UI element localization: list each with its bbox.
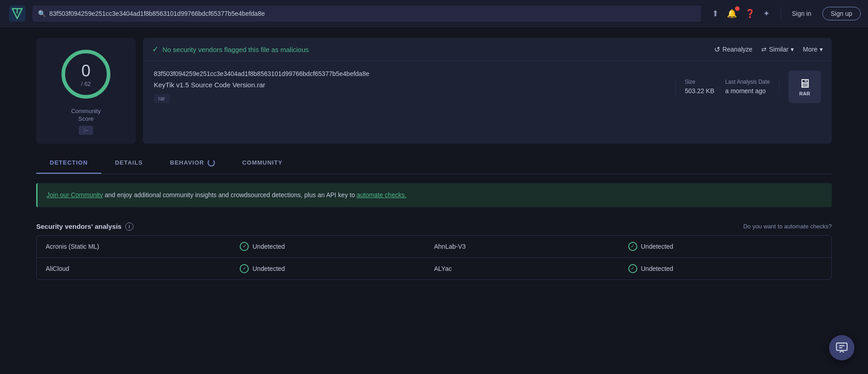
vendor-status-right-2: ✓ Undetected [628,264,822,273]
file-card-header: ✓ No security vendors flagged this file … [143,38,832,61]
nav-divider [781,7,781,20]
file-info-main: 83f503f094259e251cc3e3404ad1f8b8563101d9… [154,70,666,103]
more-button[interactable]: More ▾ [803,46,823,53]
status-check-icon-2: ✓ [240,264,249,273]
community-banner: Join our Community and enjoy additional … [36,183,832,207]
tabs-section: DETECTION DETAILS BEHAVIOR COMMUNITY [36,153,832,174]
status-text-left: Undetected [252,243,285,250]
upload-icon[interactable]: ⬆ [712,9,719,19]
top-navigation: 🔍 ⬆ 🔔 ❓ ✦ Sign in Sign up [0,0,868,27]
banner-main-text: and enjoy additional community insights … [103,191,357,199]
nav-icons-group: ⬆ 🔔 ❓ ✦ [707,9,775,19]
status-check-icon: ✓ [240,242,249,251]
vendors-title: Security vendors' analysis i [36,223,133,231]
file-hash: 83f503f094259e251cc3e3404ad1f8b8563101d9… [154,70,666,77]
chat-fab-button[interactable] [829,335,854,360]
vendors-title-text: Security vendors' analysis [36,223,122,230]
score-circle: 0 / 62 [59,47,113,101]
vendor-status-left: ✓ Undetected [240,242,434,251]
logo[interactable] [7,4,27,24]
file-size-meta: Size 503.22 KB [685,79,714,95]
score-denominator: / 62 [81,80,91,87]
no-threat-message: ✓ No security vendors flagged this file … [152,44,308,54]
search-input[interactable] [49,10,696,17]
bell-icon[interactable]: 🔔 [727,9,737,19]
vendors-header: Security vendors' analysis i Do you want… [36,218,832,235]
status-text-right-2: Undetected [641,265,674,272]
face-icon: :-· [79,126,93,135]
status-text-left-2: Undetected [252,265,285,272]
tab-community[interactable]: COMMUNITY [228,153,296,174]
automate-checks-text: Do you want to automate checks? [743,223,832,230]
last-analysis-label: Last Analysis Date [725,79,770,85]
chevron-down-icon-more: ▾ [820,46,823,53]
file-name: KeyTik v1.5 Source Code Version.rar [154,81,666,89]
status-text-right: Undetected [641,243,674,250]
file-meta: Size 503.22 KB Last Analysis Date a mome… [675,79,779,95]
file-tag: rar [154,94,170,103]
reanalyze-icon: ↺ [714,45,720,54]
vendors-section: Security vendors' analysis i Do you want… [36,218,832,280]
tab-detection[interactable]: DETECTION [36,153,101,174]
help-icon[interactable]: ❓ [745,9,755,19]
table-row: AliCloud ✓ Undetected ALYac ✓ Undetected [37,258,831,279]
vendor-name-right-2: ALYac [434,265,628,272]
automate-checks-link[interactable]: automate checks. [357,191,407,199]
tab-details[interactable]: DETAILS [101,153,157,174]
notification-badge [735,6,740,11]
main-content: 0 / 62 Community Score :-· ✓ No security… [0,27,868,291]
similar-icon: ⇄ [761,46,767,53]
status-check-icon-right: ✓ [628,242,637,251]
svg-rect-5 [836,343,847,350]
table-row: Acronis (Static ML) ✓ Undetected AhnLab-… [37,236,831,258]
chevron-down-icon: ▾ [791,46,794,53]
vendors-table: Acronis (Static ML) ✓ Undetected AhnLab-… [36,235,832,280]
signin-button[interactable]: Sign in [787,7,817,20]
vendor-status-right: ✓ Undetected [628,242,822,251]
search-icon: 🔍 [38,10,46,17]
behavior-loading-icon [208,159,215,166]
check-circle-icon: ✓ [152,44,159,54]
file-card: ✓ No security vendors flagged this file … [143,38,832,144]
signup-button[interactable]: Sign up [822,7,861,20]
score-number: 0 [81,62,91,80]
monitor-icon: 🖥 [798,77,811,90]
vendor-name-left-2: AliCloud [46,265,240,272]
size-label: Size [685,79,714,85]
search-bar[interactable]: 🔍 [33,5,701,22]
file-card-body: 83f503f094259e251cc3e3404ad1f8b8563101d9… [143,61,832,112]
similar-button[interactable]: ⇄ Similar ▾ [761,46,794,53]
no-threat-text: No security vendors flagged this file as… [162,46,308,53]
vendor-name-right: AhnLab-V3 [434,243,628,250]
reanalyze-button[interactable]: ↺ Reanalyze [714,45,752,54]
join-community-link[interactable]: Join our Community [47,191,103,199]
status-check-icon-right-2: ✓ [628,264,637,273]
last-analysis-value: a moment ago [725,87,766,95]
vendor-status-left-2: ✓ Undetected [240,264,434,273]
community-score-label: Community Score :-· [71,108,101,135]
last-analysis-meta: Last Analysis Date a moment ago [725,79,770,95]
theme-icon[interactable]: ✦ [763,9,770,19]
info-icon[interactable]: i [125,223,133,231]
top-section: 0 / 62 Community Score :-· ✓ No security… [36,38,832,144]
score-card: 0 / 62 Community Score :-· [36,38,136,144]
tab-behavior[interactable]: BEHAVIOR [157,153,229,174]
file-type-icon: 🖥 RAR [788,71,821,103]
vendor-name-left: Acronis (Static ML) [46,243,240,250]
community-label: Community Score [71,108,101,123]
size-value: 503.22 KB [685,87,714,95]
rar-label: RAR [799,91,810,96]
header-actions: ↺ Reanalyze ⇄ Similar ▾ More ▾ [714,45,823,54]
